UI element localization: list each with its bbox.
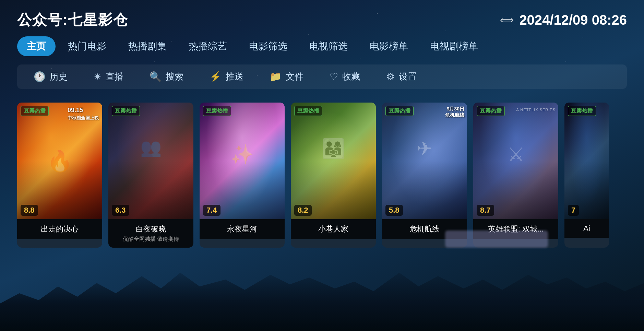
movie-subtitle-2: 优酷全网独播 敬请期待	[112, 236, 190, 243]
tab-tv-rank[interactable]: 电视剧榜单	[420, 36, 488, 56]
movie-title-2: 白夜破晓 优酷全网独播 敬请期待	[108, 219, 193, 248]
movie-card-7[interactable]: 豆瓣热播 7 Ai	[564, 103, 609, 248]
push-icon: ⚡	[210, 71, 222, 82]
movie-card-5[interactable]: ✈ 豆瓣热播 9月30日危机航线 5.8 危机航线	[382, 103, 467, 248]
tab-home[interactable]: 主页	[17, 36, 56, 56]
action-bar: 🕐 历史 ✴ 直播 🔍 搜索 ⚡ 推送 📁 文件 ♡ 收藏 ⚙ 设置	[17, 64, 627, 89]
movie-title-4: 小巷人家	[291, 219, 376, 239]
files-icon: 📁	[270, 71, 282, 82]
action-favorites[interactable]: ♡ 收藏	[317, 64, 373, 89]
rating-2: 6.3	[112, 205, 129, 216]
tab-hot-variety[interactable]: 热播综艺	[179, 36, 237, 56]
netflix-label: A NETFLIX SERIES	[516, 108, 556, 112]
rating-7: 7	[568, 205, 579, 216]
badge-douban-5: 豆瓣热播	[385, 106, 414, 116]
movie-title-3: 永夜星河	[200, 219, 285, 239]
date-badge-5: 9月30日危机航线	[445, 106, 464, 118]
tab-tv-filter[interactable]: 电视筛选	[300, 36, 357, 56]
rating-1: 8.8	[21, 205, 38, 216]
brand-title: 公众号:七星影仓	[17, 10, 128, 29]
action-files-label: 文件	[286, 71, 303, 83]
movie-card-1[interactable]: 🔥 豆瓣热播 09.15中秋档全国上映 8.8 出走的决心	[17, 103, 102, 248]
expand-icon[interactable]: ⟺	[500, 14, 514, 26]
movie-card-4[interactable]: 👨‍👩‍👧 豆瓣热播 8.2 小巷人家	[291, 103, 376, 248]
badge-douban-4: 豆瓣热播	[294, 106, 322, 116]
action-settings[interactable]: ⚙ 设置	[373, 64, 430, 89]
badge-douban-3: 豆瓣热播	[203, 106, 231, 116]
action-history[interactable]: 🕐 历史	[21, 64, 81, 89]
nav-tabs: 主页 热门电影 热播剧集 热播综艺 电影筛选 电视筛选 电影榜单 电视剧榜单	[17, 36, 627, 56]
search-icon: 🔍	[150, 71, 162, 82]
tab-movie-filter[interactable]: 电影筛选	[239, 36, 297, 56]
movie-card-6[interactable]: ⚔ A NETFLIX SERIES 豆瓣热播 8.7 英雄联盟: 双城...	[473, 103, 558, 248]
action-push-label: 推送	[226, 71, 243, 83]
rating-4: 8.2	[294, 205, 312, 216]
badge-douban-1: 豆瓣热播	[21, 106, 49, 116]
watermark-blur	[445, 230, 548, 248]
rating-6: 8.7	[477, 205, 494, 216]
rating-3: 7.4	[203, 205, 220, 216]
action-settings-label: 设置	[399, 71, 417, 83]
movie-card-3[interactable]: ✨ 豆瓣热播 7.4 永夜星河	[200, 103, 285, 248]
action-history-label: 历史	[50, 71, 68, 83]
badge-douban-2: 豆瓣热播	[112, 106, 140, 116]
movie-card-2[interactable]: 👥 豆瓣热播 6.3 白夜破晓 优酷全网独播 敬请期待	[108, 103, 193, 248]
badge-douban-7: 豆瓣热播	[568, 106, 596, 116]
header: 公众号:七星影仓 ⟺ 2024/12/09 08:26	[17, 10, 627, 29]
date-badge-1: 09.15中秋档全国上映	[68, 107, 99, 121]
action-files[interactable]: 📁 文件	[257, 64, 317, 89]
tab-hot-series[interactable]: 热播剧集	[119, 36, 176, 56]
action-favorites-label: 收藏	[342, 71, 360, 83]
action-search-label: 搜索	[166, 71, 183, 83]
action-live-label: 直播	[106, 71, 123, 83]
history-icon: 🕐	[34, 71, 46, 82]
live-icon: ✴	[94, 71, 102, 82]
tab-hot-movies[interactable]: 热门电影	[58, 36, 116, 56]
datetime: 2024/12/09 08:26	[519, 12, 627, 28]
action-search[interactable]: 🔍 搜索	[136, 64, 196, 89]
header-right: ⟺ 2024/12/09 08:26	[500, 12, 627, 28]
action-push[interactable]: ⚡ 推送	[196, 64, 257, 89]
rating-5: 5.8	[385, 205, 403, 216]
movie-title-7: Ai	[564, 219, 609, 238]
tab-movie-rank[interactable]: 电影榜单	[360, 36, 418, 56]
movie-grid: 🔥 豆瓣热播 09.15中秋档全国上映 8.8 出走的决心 👥 豆瓣热播 6.3	[17, 103, 627, 248]
settings-icon: ⚙	[386, 71, 395, 82]
movie-title-1: 出走的决心	[17, 219, 102, 239]
favorites-icon: ♡	[330, 71, 338, 82]
action-live[interactable]: ✴ 直播	[81, 64, 136, 89]
badge-douban-6: 豆瓣热播	[477, 106, 505, 116]
